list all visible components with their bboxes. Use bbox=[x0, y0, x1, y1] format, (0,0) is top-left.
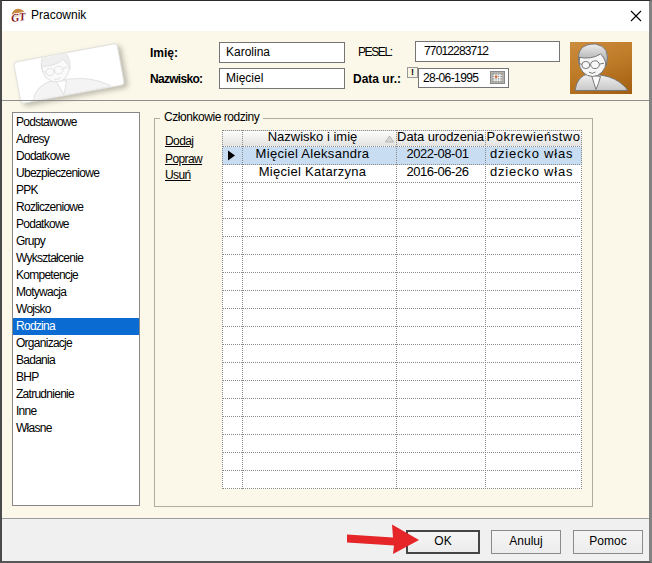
svg-text:GT: GT bbox=[10, 10, 27, 23]
